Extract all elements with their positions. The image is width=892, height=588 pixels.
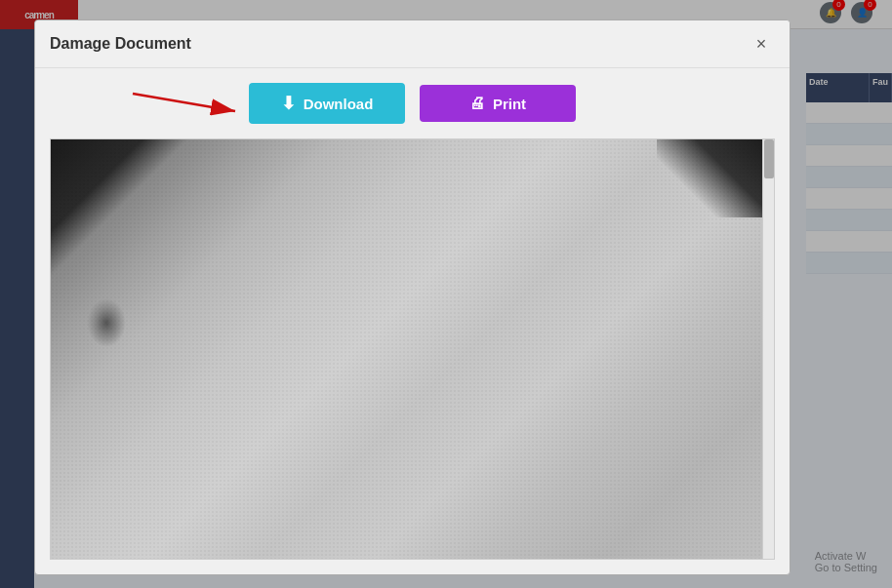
arrow-svg	[128, 84, 245, 123]
modal-actions: ⬇ Download 🖨 Print	[50, 83, 775, 124]
print-button-label: Print	[493, 96, 526, 112]
svg-line-1	[133, 94, 235, 111]
image-scrollbar[interactable]	[762, 139, 774, 559]
print-button[interactable]: 🖨 Print	[420, 85, 576, 122]
modal-close-button[interactable]: ×	[748, 30, 775, 58]
download-button-label: Download	[304, 96, 374, 112]
download-icon: ⬇	[281, 93, 296, 114]
print-icon: 🖨	[469, 95, 485, 112]
modal-body: ⬇ Download 🖨 Print	[35, 68, 790, 574]
damage-image	[51, 139, 774, 559]
modal-titlebar: Damage Document ×	[35, 20, 790, 68]
modal-title: Damage Document	[50, 35, 191, 53]
damage-document-modal: Damage Document × ⬇ Download	[34, 20, 791, 575]
arrow-annotation	[128, 84, 245, 123]
scrollbar-thumb[interactable]	[764, 139, 774, 178]
damage-image-container	[50, 138, 775, 560]
download-button[interactable]: ⬇ Download	[249, 83, 405, 124]
texture-overlay	[51, 139, 774, 559]
